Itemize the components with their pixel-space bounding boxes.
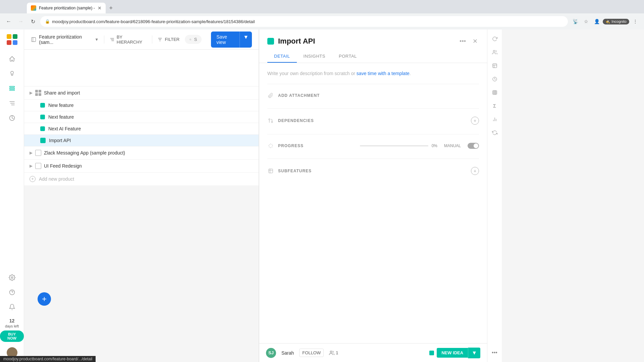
right-sigma-icon[interactable]: Σ bbox=[489, 101, 500, 111]
sidebar-hierarchy-icon[interactable] bbox=[5, 97, 19, 110]
feature-label: Next AI Feature bbox=[48, 126, 81, 131]
forward-btn[interactable]: → bbox=[16, 17, 25, 26]
attachment-icon bbox=[267, 92, 274, 99]
group-label-zlack: Zlack Messaging App (sample product) bbox=[44, 150, 125, 156]
right-sync-icon[interactable] bbox=[489, 127, 500, 138]
svg-point-32 bbox=[493, 50, 495, 52]
detail-color-dot bbox=[267, 38, 274, 45]
new-idea-button[interactable]: NEW IDEA bbox=[437, 348, 468, 358]
app-logo[interactable] bbox=[6, 34, 18, 46]
add-product-row[interactable]: + Add new product bbox=[24, 173, 259, 185]
days-left-badge: 12 days left bbox=[0, 318, 24, 328]
status-url: moodjoy.productboard.com/feature-board/.… bbox=[3, 357, 92, 361]
group-square-icon bbox=[35, 150, 41, 156]
fab-button[interactable]: + bbox=[38, 292, 51, 306]
search-input[interactable] bbox=[194, 37, 197, 42]
new-idea-dropdown[interactable]: ▼ bbox=[468, 348, 480, 358]
svg-point-12 bbox=[11, 277, 13, 278]
svg-rect-5 bbox=[9, 86, 14, 87]
right-circle-icon[interactable] bbox=[489, 74, 500, 84]
right-chart2-icon[interactable] bbox=[489, 114, 500, 125]
days-number: 12 bbox=[0, 318, 24, 324]
subfeatures-add-button[interactable]: + bbox=[471, 167, 479, 175]
detail-header: Import API ••• ✕ bbox=[259, 29, 487, 46]
feature-item-next-ai[interactable]: Next AI Feature bbox=[24, 123, 259, 135]
save-view-dropdown[interactable]: ▼ bbox=[239, 32, 252, 48]
right-refresh-icon[interactable] bbox=[489, 34, 500, 44]
sidebar-home-icon[interactable] bbox=[5, 52, 19, 66]
detail-footer: SJ Sarah FOLLOW 1 NEW IDEA ▼ bbox=[259, 343, 487, 362]
search-icon bbox=[190, 37, 191, 42]
address-bar[interactable]: 🔒 moodjoy.productboard.com/feature-board… bbox=[40, 16, 568, 27]
tab-insights[interactable]: INSIGHTS bbox=[297, 50, 332, 63]
svg-rect-0 bbox=[7, 34, 11, 39]
feature-group-share-import[interactable]: ▶ Share and import bbox=[24, 86, 259, 100]
feature-group-ui-feed[interactable]: ▶ UI Feed Redesign bbox=[24, 160, 259, 173]
tab-close-btn[interactable]: ✕ bbox=[98, 5, 102, 11]
search-box[interactable] bbox=[185, 35, 202, 44]
feature-item-next-feature[interactable]: Next feature bbox=[24, 111, 259, 123]
url-text: moodjoy.productboard.com/feature-board/6… bbox=[52, 19, 255, 24]
sidebar-lightbulb-icon[interactable] bbox=[5, 67, 19, 80]
svg-rect-15 bbox=[32, 37, 36, 41]
detail-more-button[interactable]: ••• bbox=[458, 37, 467, 46]
separator2 bbox=[152, 36, 152, 44]
progress-manual-label: MANUAL bbox=[444, 143, 461, 148]
feature-group-zlack[interactable]: ▶ Zlack Messaging App (sample product) bbox=[24, 146, 259, 160]
attachment-section: ADD ATTACHMENT bbox=[267, 84, 479, 102]
expand-icon-ui-feed: ▶ bbox=[30, 164, 33, 168]
browser-toolbar: ← → ↻ 🔒 moodjoy.productboard.com/feature… bbox=[0, 13, 644, 29]
sidebar-list-icon[interactable] bbox=[5, 82, 19, 95]
footer-initials: SJ bbox=[268, 350, 274, 355]
sidebar-help-icon[interactable] bbox=[5, 286, 19, 299]
detail-panel: Import API ••• ✕ DETAIL INSIGHTS PORTAL … bbox=[259, 29, 487, 362]
back-btn[interactable]: ← bbox=[4, 17, 13, 26]
tab-portal[interactable]: PORTAL bbox=[332, 50, 364, 63]
right-users-icon[interactable] bbox=[489, 47, 500, 58]
right-bottom-icon: ••• bbox=[489, 347, 500, 358]
attachment-label[interactable]: ADD ATTACHMENT bbox=[278, 93, 479, 98]
add-product-icon: + bbox=[30, 176, 36, 182]
svg-rect-1 bbox=[13, 34, 17, 39]
description-area[interactable]: Write your own description from scratch … bbox=[267, 70, 479, 77]
sidebar-settings-icon[interactable] bbox=[5, 271, 19, 284]
feature-item-import-api[interactable]: Import API bbox=[24, 135, 259, 146]
hierarchy-label: BY HIERARCHY bbox=[117, 35, 147, 45]
browser-actions: 📡 ☆ 👤 🕵 Incognito ⋮ bbox=[571, 17, 640, 26]
menu-icon[interactable]: ⋮ bbox=[631, 17, 640, 26]
sidebar-analytics-icon[interactable] bbox=[5, 111, 19, 125]
follow-button[interactable]: FOLLOW bbox=[299, 349, 324, 357]
feature-item-new-feature[interactable]: New feature bbox=[24, 100, 259, 111]
sidebar-bell-icon[interactable] bbox=[5, 300, 19, 314]
tab-detail[interactable]: DETAIL bbox=[267, 50, 297, 63]
right-dots-icon[interactable]: ••• bbox=[489, 347, 500, 358]
browser-tabs: Feature prioritization (sample) - ✕ + bbox=[0, 0, 644, 13]
template-link[interactable]: save time with a template bbox=[357, 71, 410, 76]
empty-top bbox=[24, 50, 259, 86]
save-view-button[interactable]: Save view bbox=[211, 32, 239, 48]
right-table-icon[interactable] bbox=[489, 87, 500, 98]
active-tab[interactable]: Feature prioritization (sample) - ✕ bbox=[27, 3, 106, 13]
svg-rect-3 bbox=[13, 40, 17, 45]
buy-now-button[interactable]: BUY NOW bbox=[0, 330, 24, 342]
bookmark-icon[interactable]: ☆ bbox=[581, 17, 591, 26]
dependencies-label: DEPENDENCIES bbox=[278, 118, 467, 123]
dependencies-add-button[interactable]: + bbox=[471, 117, 479, 125]
new-tab-btn[interactable]: + bbox=[106, 3, 116, 13]
refresh-btn[interactable]: ↻ bbox=[28, 17, 38, 26]
detail-body: Write your own description from scratch … bbox=[259, 63, 487, 343]
subfeatures-icon bbox=[267, 168, 274, 174]
right-chart-icon[interactable] bbox=[489, 60, 500, 71]
days-text: days left bbox=[0, 324, 24, 328]
filter-button[interactable]: FILTER bbox=[157, 37, 179, 42]
hierarchy-button[interactable]: BY HIERARCHY bbox=[110, 35, 146, 45]
footer-name: Sarah bbox=[281, 350, 294, 356]
board-title[interactable]: Feature prioritization (sam... ▼ bbox=[31, 34, 99, 45]
profile-icon[interactable]: 👤 bbox=[592, 17, 601, 26]
detail-close-button[interactable]: ✕ bbox=[471, 36, 479, 46]
detail-tabs: DETAIL INSIGHTS PORTAL bbox=[259, 50, 487, 63]
cast-icon[interactable]: 📡 bbox=[571, 17, 580, 26]
footer-avatar: SJ bbox=[266, 348, 276, 358]
svg-rect-6 bbox=[9, 88, 14, 89]
manual-toggle[interactable] bbox=[468, 143, 479, 149]
